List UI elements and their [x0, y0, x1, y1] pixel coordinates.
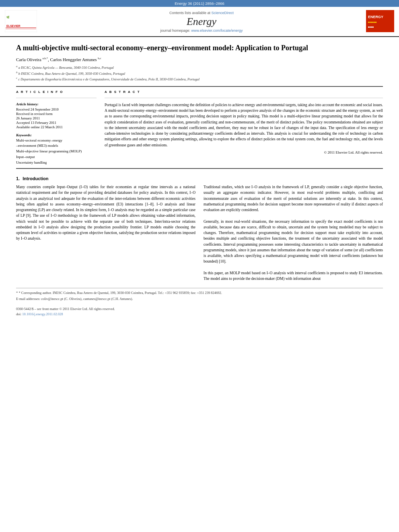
- history-label: Article history:: [16, 102, 97, 106]
- section-number: 1.: [16, 176, 20, 181]
- footnote-2: E-mail addresses: coliv@inescc.pt (C. Ol…: [16, 297, 383, 302]
- intro-right-p1: Traditional studies, which use I–O analy…: [204, 184, 383, 213]
- affil-b: b b INESC Coimbra, Rua Antero de Quental…: [16, 70, 383, 76]
- svg-text:ENERGY: ENERGY: [368, 15, 383, 19]
- sciencedirect-link[interactable]: ScienceDirect: [212, 11, 234, 15]
- keyword-5: Uncertainty handling: [16, 160, 97, 165]
- journal-homepage: journal homepage: www.elsevier.com/locat…: [43, 29, 360, 33]
- sciencedirect-line: Contents lists available at ScienceDirec…: [43, 11, 360, 15]
- footnotes: * * Corresponding author. INESC Coimbra,…: [16, 288, 383, 302]
- keyword-4: Input–output: [16, 155, 97, 160]
- affiliations: a a ISCAC, Quinta Agrícola — Bencanta, 3…: [16, 64, 383, 82]
- sciencedirect-prefix: Contents lists available at: [169, 11, 212, 15]
- affil-a: a a ISCAC, Quinta Agrícola — Bencanta, 3…: [16, 64, 383, 70]
- footer-issn: 0360-5442/$ – see front matter © 2011 El…: [16, 306, 383, 312]
- page-footer: 0360-5442/$ – see front matter © 2011 El…: [16, 306, 383, 317]
- authors-line: Carla Oliveira a,b,*, Carlos Henggeler A…: [16, 57, 383, 62]
- svg-text:🌿: 🌿: [6, 16, 10, 19]
- history-revised-label: Received in revised form: [16, 112, 97, 116]
- history-received: Received 24 September 2010: [16, 107, 97, 111]
- and-text: and: [304, 225, 310, 229]
- keyword-2: –environment (ME3) models: [16, 144, 97, 148]
- keyword-1: Multi-sectoral economy–energy: [16, 138, 97, 143]
- intro-left-col: Many countries compile Input–Output (I–O…: [16, 184, 195, 281]
- journal-homepage-link[interactable]: www.elsevier.com/locate/energy: [191, 29, 243, 33]
- intro-title: 1. Introduction: [16, 176, 383, 181]
- author1: Carla Oliveira: [16, 57, 42, 62]
- footnote-1-text: * Corresponding author. INESC Coimbra, R…: [19, 291, 222, 295]
- doi-label: doi:: [16, 312, 21, 316]
- elsevier-logo: 🌿 ELSEVIER: [5, 10, 37, 33]
- article-history: Article history: Received 24 September 2…: [16, 102, 97, 129]
- keywords-label: Keywords:: [16, 133, 97, 137]
- section-title-text: Introduction: [23, 176, 48, 181]
- main-content: A multi-objective multi-sectoral economy…: [0, 37, 399, 325]
- header-divider: [16, 86, 383, 87]
- section-divider: [16, 168, 383, 169]
- journal-header: 🌿 ELSEVIER Contents lists available at S…: [0, 7, 399, 37]
- doi-link[interactable]: 10.1016/j.energy.2011.02.028: [22, 312, 63, 316]
- history-revised-date: 26 January 2011: [16, 116, 97, 120]
- article-title: A multi-objective multi-sectoral economy…: [16, 43, 383, 53]
- history-accepted: Accepted 13 February 2011: [16, 121, 97, 125]
- svg-text:■■■■■■: ■■■■■■: [368, 21, 377, 23]
- abstract-header: A B S T R A C T: [105, 90, 383, 94]
- introduction-section: 1. Introduction Many countries compile I…: [16, 176, 383, 281]
- article-info-column: A R T I C L E I N F O Article history: R…: [16, 90, 97, 166]
- journal-center-info: Contents lists available at ScienceDirec…: [43, 11, 360, 33]
- svg-text:■■■■: ■■■■: [368, 26, 374, 28]
- abstract-divider: [105, 98, 383, 98]
- footnote-1: * * Corresponding author. INESC Coimbra,…: [16, 291, 383, 296]
- keyword-3: Multi-objective linear programming (MOLP…: [16, 149, 97, 154]
- article-info-abstract: A R T I C L E I N F O Article history: R…: [16, 90, 383, 166]
- journal-title: Energy: [43, 16, 360, 28]
- intro-right-col: Traditional studies, which use I–O analy…: [204, 184, 383, 281]
- author1-sup: a,b,*: [42, 57, 48, 60]
- intro-body: Many countries compile Input–Output (I–O…: [16, 184, 383, 281]
- history-online: Available online 22 March 2011: [16, 125, 97, 129]
- article-info-divider: [16, 98, 97, 98]
- intro-right-p2: Generally, in most real-world situations…: [204, 219, 383, 265]
- author2: Carlos Henggeler Antunes: [50, 57, 98, 62]
- abstract-column: A B S T R A C T Portugal is faced with i…: [105, 90, 383, 166]
- intro-right-p3: In this paper, an MOLP model based on I–…: [204, 270, 383, 282]
- energy-logo: ENERGY ■■■■■■ ■■■■: [366, 10, 394, 33]
- svg-text:ELSEVIER: ELSEVIER: [6, 25, 21, 27]
- article-info-header: A R T I C L E I N F O: [16, 90, 97, 94]
- author2-sup: b,c: [98, 57, 101, 60]
- affil-c: c c Departamento de Engenharia Electroté…: [16, 76, 383, 82]
- abstract-text: Portugal is faced with important challen…: [105, 102, 383, 148]
- copyright: © 2011 Elsevier Ltd. All rights reserved…: [105, 150, 383, 154]
- keywords-section: Keywords: Multi-sectoral economy–energy …: [16, 133, 97, 165]
- footer-doi: doi: 10.1016/j.energy.2011.02.028: [16, 312, 383, 317]
- footnote-2-text: E-mail addresses: coliv@inescc.pt (C. Ol…: [16, 297, 133, 301]
- journal-citation: Energy 36 (2011) 2856–2866: [175, 1, 224, 6]
- journal-citation-bar: Energy 36 (2011) 2856–2866: [0, 0, 399, 7]
